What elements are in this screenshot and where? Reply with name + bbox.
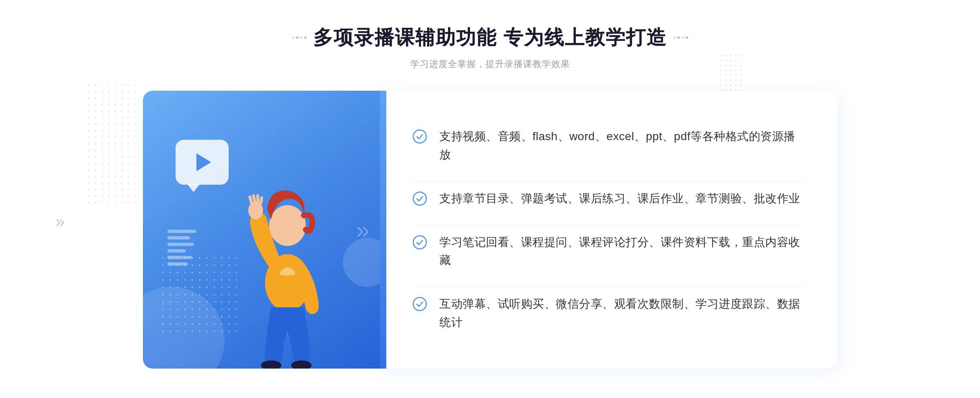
svg-point-1: [269, 205, 306, 246]
page-subtitle: 学习进度全掌握，提升录播课教学效果: [292, 58, 688, 70]
play-icon: [196, 153, 211, 171]
feature-item-2: 支持章节目录、弹题考试、课后练习、课后作业、章节测验、批改作业: [412, 181, 804, 216]
svg-line-5: [258, 196, 258, 202]
title-row: 多项录播课辅助功能 专为线上教学打造: [292, 25, 688, 51]
illus-chevron-icon: »: [356, 216, 363, 244]
person-illustration: [222, 156, 353, 369]
svg-point-9: [413, 130, 426, 143]
stripe-6: [167, 262, 188, 266]
stripe-3: [167, 243, 194, 246]
svg-line-6: [261, 198, 262, 203]
stripe-5: [167, 256, 192, 259]
title-decoration-right: [673, 36, 688, 39]
feature-item-3: 学习笔记回看、课程提问、课程评论打分、课件资料下载，重点内容收藏: [412, 225, 804, 278]
features-card: 支持视频、音频、flash、word、excel、ppt、pdf等各种格式的资源…: [380, 91, 837, 369]
feature-text-4: 互动弹幕、试听购买、微信分享、观看次数限制、学习进度跟踪、数据统计: [439, 295, 804, 332]
stripe-4: [167, 249, 186, 253]
illustration-card: »: [143, 91, 380, 369]
svg-point-12: [413, 297, 426, 311]
feature-text-1: 支持视频、音频、flash、word、excel、ppt、pdf等各种格式的资源…: [439, 127, 804, 164]
svg-point-11: [413, 236, 426, 249]
chevron-left-decoration: »: [56, 212, 60, 231]
feature-item-4: 互动弹幕、试听购买、微信分享、观看次数限制、学习进度跟踪、数据统计: [412, 286, 804, 340]
page-wrapper: » 多项录播课辅助功能 专为线上教学打造 学习进度全掌握，提升录播课教学效果 »: [0, 0, 980, 398]
dots-decoration-left: [86, 82, 135, 204]
feature-text-2: 支持章节目录、弹题考试、课后练习、课后作业、章节测验、批改作业: [439, 190, 800, 208]
accent-bar: [380, 91, 386, 369]
page-header: 多项录播课辅助功能 专为线上教学打造 学习进度全掌握，提升录播课教学效果: [292, 25, 688, 70]
check-icon-4: [412, 297, 427, 311]
svg-line-3: [250, 197, 252, 203]
stripes-decoration: [167, 230, 196, 279]
stripe-2: [167, 236, 190, 239]
stripe-1: [167, 230, 196, 233]
feature-text-3: 学习笔记回看、课程提问、课程评论打分、课件资料下载，重点内容收藏: [439, 233, 804, 270]
check-icon-1: [412, 129, 427, 144]
check-icon-2: [412, 191, 427, 206]
dots-decoration-right: [719, 53, 743, 94]
check-icon-3: [412, 235, 427, 250]
page-title: 多项录播课辅助功能 专为线上教学打造: [313, 25, 666, 51]
content-area: »: [143, 91, 837, 369]
title-decoration-left: [292, 36, 307, 39]
svg-point-10: [413, 192, 426, 205]
feature-item-1: 支持视频、音频、flash、word、excel、ppt、pdf等各种格式的资源…: [412, 119, 804, 172]
play-bubble: [176, 140, 229, 185]
svg-line-4: [254, 196, 255, 202]
